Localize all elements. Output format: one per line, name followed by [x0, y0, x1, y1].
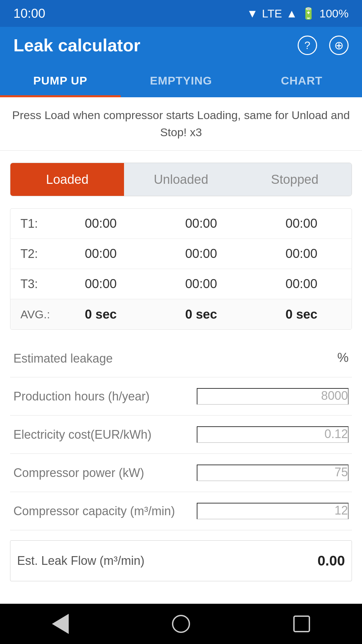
- avg-unloaded: 0 sec: [151, 307, 251, 322]
- status-icons: ▼ LTE ▲ 🔋 100%: [247, 7, 349, 20]
- t1-loaded: 00:00: [51, 216, 151, 231]
- fields-section: Estimated leakage % Production hours (h/…: [10, 340, 352, 530]
- t2-label: T2:: [10, 247, 51, 261]
- stopped-button[interactable]: Stopped: [238, 163, 352, 196]
- avg-label: AVG.:: [10, 308, 51, 321]
- battery-icon: 🔋: [301, 7, 315, 20]
- unloaded-button[interactable]: Unloaded: [124, 163, 238, 196]
- home-icon: [172, 615, 190, 633]
- t2-loaded: 00:00: [51, 247, 151, 261]
- field-compressor-capacity: Compressor capacity (m³/min): [10, 492, 352, 530]
- production-hours-label: Production hours (h/year): [13, 389, 149, 404]
- lte-label: LTE: [262, 7, 282, 20]
- t1-unloaded: 00:00: [151, 216, 251, 231]
- t2-unloaded: 00:00: [151, 247, 251, 261]
- t3-unloaded: 00:00: [151, 277, 251, 291]
- electricity-cost-label: Electricity cost(EUR/kWh): [13, 428, 152, 442]
- t3-stopped: 00:00: [251, 277, 352, 291]
- compressor-power-input[interactable]: [197, 465, 349, 481]
- leak-flow-value: 0.00: [317, 553, 345, 569]
- t3-label: T3:: [10, 277, 51, 291]
- field-compressor-power: Compressor power (kW): [10, 454, 352, 492]
- back-button[interactable]: [47, 610, 74, 637]
- battery-level: 100%: [319, 7, 349, 20]
- estimated-leakage-label: Estimated leakage: [13, 352, 113, 366]
- timer-table: T1: 00:00 00:00 00:00 T2: 00:00 00:00 00…: [10, 208, 352, 330]
- globe-button[interactable]: ⊕: [329, 36, 349, 55]
- recents-icon: [293, 615, 310, 632]
- compressor-capacity-label: Compressor capacity (m³/min): [13, 504, 175, 518]
- tab-pump-up[interactable]: PUMP UP: [0, 64, 121, 97]
- state-buttons: Loaded Unloaded Stopped: [10, 163, 352, 196]
- wifi-icon: ▼: [247, 7, 258, 20]
- tab-bar: PUMP UP EMPTYING CHART: [0, 64, 362, 97]
- globe-icon: ⊕: [334, 39, 344, 52]
- tab-chart[interactable]: CHART: [241, 64, 362, 97]
- t1-label: T1:: [10, 217, 51, 231]
- avg-stopped: 0 sec: [251, 307, 352, 322]
- loaded-button[interactable]: Loaded: [10, 163, 124, 196]
- t2-stopped: 00:00: [251, 247, 352, 261]
- compressor-capacity-input[interactable]: [197, 503, 349, 519]
- compressor-power-label: Compressor power (kW): [13, 466, 144, 480]
- t3-loaded: 00:00: [51, 277, 151, 291]
- timer-row-avg: AVG.: 0 sec 0 sec 0 sec: [10, 299, 352, 329]
- app-bar: Leak calculator ? ⊕: [0, 27, 362, 64]
- field-production-hours: Production hours (h/year): [10, 377, 352, 416]
- help-button[interactable]: ?: [298, 36, 317, 55]
- signal-icon: ▲: [286, 7, 297, 20]
- help-icon: ?: [304, 39, 310, 52]
- production-hours-input[interactable]: [197, 388, 349, 405]
- recents-button[interactable]: [288, 610, 315, 637]
- electricity-cost-input[interactable]: [197, 426, 349, 443]
- main-content: Press Load when compressor starts Loadin…: [0, 97, 362, 604]
- bottom-nav: [0, 604, 362, 644]
- leak-flow-box: Est. Leak Flow (m³/min) 0.00: [10, 540, 352, 581]
- app-bar-icons: ? ⊕: [298, 36, 349, 55]
- avg-loaded: 0 sec: [51, 307, 151, 322]
- timer-row-t2: T2: 00:00 00:00 00:00: [10, 239, 352, 269]
- back-icon: [52, 614, 69, 634]
- status-bar: 10:00 ▼ LTE ▲ 🔋 100%: [0, 0, 362, 27]
- timer-row-t1: T1: 00:00 00:00 00:00: [10, 209, 352, 239]
- leak-flow-label: Est. Leak Flow (m³/min): [17, 554, 144, 568]
- field-electricity-cost: Electricity cost(EUR/kWh): [10, 416, 352, 454]
- app-title: Leak calculator: [13, 35, 140, 55]
- estimated-leakage-value: %: [282, 351, 349, 366]
- status-time: 10:00: [13, 6, 45, 21]
- tab-emptying[interactable]: EMPTYING: [121, 64, 241, 97]
- timer-row-t3: T3: 00:00 00:00 00:00: [10, 269, 352, 299]
- home-button[interactable]: [168, 610, 194, 637]
- field-estimated-leakage: Estimated leakage %: [10, 340, 352, 377]
- instruction-text: Press Load when compressor starts Loadin…: [0, 97, 362, 151]
- t1-stopped: 00:00: [251, 216, 352, 231]
